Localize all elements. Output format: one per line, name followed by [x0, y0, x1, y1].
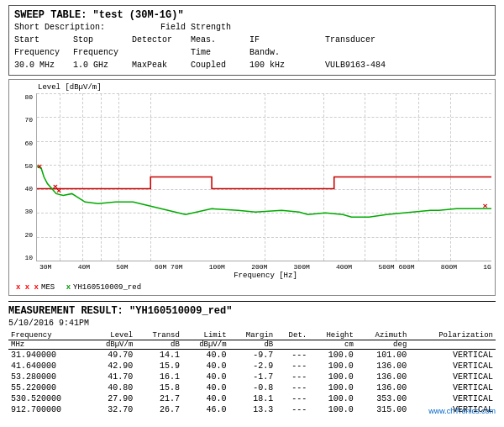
th-pol2	[409, 340, 496, 350]
col-h-if: IF	[249, 34, 300, 46]
meas-cell-2-0: 53.280000	[8, 372, 89, 382]
th-det: Det.	[276, 331, 309, 340]
chart-container: Level [dBµV/m] 80 70 60 50 40 30 20 10	[8, 79, 496, 296]
meas-cell-5-0: 912.700000	[8, 404, 89, 415]
meas-cell-2-3: 40.0	[182, 372, 229, 382]
val-if: 100 kHz	[249, 59, 300, 71]
meas-cell-2-2: 16.1	[135, 372, 182, 382]
meas-cell-1-6: 100.0	[309, 361, 356, 372]
x-tick-400m: 400M	[336, 263, 352, 271]
short-desc-value: Field Strength	[160, 23, 231, 32]
col-h-bandw: Bandw.	[249, 46, 300, 59]
meas-cell-2-8: VERTICAL	[409, 372, 496, 382]
th-dbuvm: dBµV/m	[89, 340, 136, 350]
y-tick-20: 20	[24, 231, 33, 239]
meas-cell-5-7: 315.00	[356, 404, 409, 415]
th-mhz: MHz	[8, 340, 89, 350]
meas-cell-0-4: -9.7	[229, 350, 276, 361]
meas-cell-5-6: 100.0	[309, 404, 356, 415]
val-coupled: Coupled	[191, 59, 249, 71]
meas-cell-0-0: 31.940000	[8, 350, 89, 361]
val-transducer: VULB9163-484	[325, 59, 409, 71]
marker-x-1: ×	[37, 162, 42, 171]
col-h-detector: Detector	[132, 34, 191, 46]
meas-cell-5-1: 32.70	[89, 404, 136, 415]
chart-area: 80 70 60 50 40 30 20 10	[13, 93, 491, 261]
y-tick-30: 30	[24, 208, 33, 215]
meas-cell-1-4: -2.9	[229, 361, 276, 372]
meas-cell-4-2: 21.7	[135, 393, 182, 404]
watermark: www.chTronics.com	[428, 407, 496, 415]
y-tick-10: 10	[24, 254, 33, 261]
meas-cell-4-7: 353.00	[356, 393, 409, 404]
y-axis: 80 70 60 50 40 30 20 10	[13, 93, 36, 261]
meas-cell-3-6: 100.0	[309, 382, 356, 393]
meas-cell-0-5: ---	[276, 350, 309, 361]
th-margin: Margin	[229, 331, 276, 340]
marker-x-3: ×	[56, 187, 61, 197]
meas-cell-5-4: 13.3	[229, 404, 276, 415]
x-tick-50m: 50M	[116, 263, 128, 271]
x-tick-100m: 100M	[209, 263, 225, 271]
meas-row-0: 31.94000049.7014.140.0-9.7---100.0101.00…	[8, 350, 496, 361]
chart-y-label: Level [dBµV/m]	[38, 83, 491, 92]
meas-cell-1-8: VERTICAL	[409, 361, 496, 372]
meas-cell-4-4: 18.1	[229, 393, 276, 404]
col-h-freq2: Frequency	[73, 46, 132, 59]
meas-header-row2: MHz dBµV/m dB dBµV/m dB cm deg	[8, 340, 496, 350]
y-tick-70: 70	[24, 116, 33, 124]
val-stop: 1.0 GHz	[73, 59, 132, 71]
col-h-freq1: Frequency	[14, 46, 73, 59]
y-tick-40: 40	[24, 185, 33, 192]
meas-cell-3-1: 40.80	[89, 382, 136, 393]
meas-cell-3-2: 15.8	[135, 382, 182, 393]
col-h-time: Time	[191, 46, 249, 59]
meas-cell-0-8: VERTICAL	[409, 350, 496, 361]
th-limit: Limit	[182, 331, 229, 340]
meas-cell-4-8: VERTICAL	[409, 393, 496, 404]
marker-x-4: ×	[483, 202, 488, 211]
meas-cell-2-6: 100.0	[309, 372, 356, 382]
meas-tbody: 31.94000049.7014.140.0-9.7---100.0101.00…	[8, 350, 496, 416]
meas-row-3: 55.22000040.8015.840.0-0.8---100.0136.00…	[8, 382, 496, 393]
x-label: Frequency [Hz]	[39, 271, 491, 280]
th-deg: deg	[356, 340, 409, 350]
meas-cell-3-7: 136.00	[356, 382, 409, 393]
th-height: Height	[309, 331, 356, 340]
th-transd: Transd	[135, 331, 182, 340]
legend-mes-label: MES	[41, 283, 55, 292]
y-tick-50: 50	[24, 162, 33, 170]
meas-cell-0-1: 49.70	[89, 350, 136, 361]
chart-legend: x x x MES x YH160510009_red	[16, 283, 491, 292]
col-h-stop: Stop	[73, 34, 132, 46]
col-h-start: Start	[14, 34, 73, 46]
x-tick-1g: 1G	[483, 263, 491, 271]
meas-cell-3-5: ---	[276, 382, 309, 393]
meas-cell-3-0: 55.220000	[8, 382, 89, 393]
meas-cell-1-3: 40.0	[182, 361, 229, 372]
meas-cell-0-7: 101.00	[356, 350, 409, 361]
x-tick-800m: 800M	[441, 263, 457, 271]
sweep-cols: Start Stop Detector Meas. IF Transducer …	[14, 34, 490, 71]
meas-cell-3-8: VERTICAL	[409, 382, 496, 393]
th-level: Level	[89, 331, 136, 340]
measurement-section: MEASUREMENT RESULT: "YH160510009_red" 5/…	[8, 301, 496, 415]
th-dbuvm2: dBµV/m	[182, 340, 229, 350]
meas-cell-5-3: 46.0	[182, 404, 229, 415]
col-h-transducer: Transducer	[325, 34, 409, 46]
legend-green-label: YH160510009_red	[73, 283, 141, 292]
th-det2	[276, 340, 309, 350]
meas-cell-2-5: ---	[276, 372, 309, 382]
val-start: 30.0 MHz	[14, 59, 73, 71]
th-polarization: Polarization	[409, 331, 496, 340]
meas-cell-1-7: 136.00	[356, 361, 409, 372]
th-db2: dB	[229, 340, 276, 350]
sweep-desc-row: Short Description: Field Strength	[14, 23, 490, 32]
red-limit-line	[37, 177, 491, 189]
val-detector: MaxPeak	[132, 59, 191, 71]
x-tick-30m: 30M	[39, 263, 51, 271]
meas-cell-4-3: 40.0	[182, 393, 229, 404]
meas-cell-2-4: -1.7	[229, 372, 276, 382]
legend-x-symbol: x x x	[16, 283, 39, 292]
th-db: dB	[135, 340, 182, 350]
